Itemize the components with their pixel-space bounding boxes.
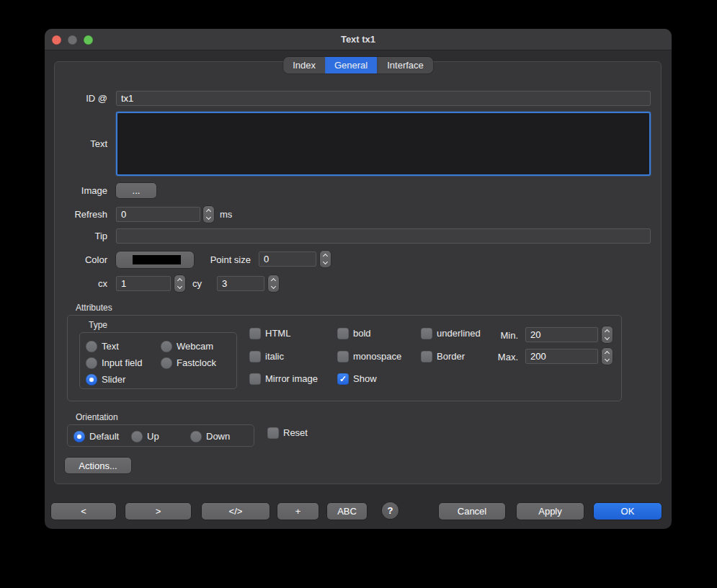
radio-orientation-default[interactable]: Default [74, 430, 119, 442]
code-button[interactable]: </> [202, 503, 270, 520]
ok-button[interactable]: OK [594, 503, 662, 520]
cy-stepper[interactable] [268, 275, 279, 292]
titlebar[interactable]: Text tx1 [45, 29, 672, 50]
type-group-label: Type [89, 320, 107, 330]
checkbox-icon[interactable] [267, 427, 279, 439]
checkbox-bold[interactable]: bold [337, 327, 371, 339]
radio-selected-icon[interactable] [86, 374, 97, 386]
color-picker-button[interactable] [116, 251, 194, 268]
refresh-unit-label: ms [220, 207, 232, 222]
tip-input[interactable] [116, 228, 651, 244]
id-input[interactable] [116, 91, 651, 106]
checkbox-icon[interactable] [421, 351, 432, 362]
min-stepper[interactable] [602, 326, 613, 343]
radio-type-text[interactable]: Text [86, 340, 119, 352]
radio-type-fastclock[interactable]: Fastclock [161, 357, 216, 369]
checkbox-icon[interactable] [249, 328, 261, 339]
point-size-input[interactable] [259, 251, 316, 267]
stepper-down-icon[interactable] [323, 259, 328, 264]
stepper-down-icon[interactable] [271, 284, 276, 289]
tab-general[interactable]: General [325, 57, 377, 74]
window-title: Text tx1 [45, 29, 672, 50]
stepper-down-icon[interactable] [605, 357, 610, 362]
radio-icon[interactable] [161, 357, 172, 369]
stepper-down-icon[interactable] [206, 215, 211, 220]
apply-button[interactable]: Apply [517, 503, 584, 520]
checkbox-checked-icon[interactable] [337, 373, 349, 385]
checkbox-icon[interactable] [337, 351, 349, 362]
checkbox-border[interactable]: Border [421, 350, 465, 362]
radio-orientation-down[interactable]: Down [190, 430, 230, 442]
radio-type-slider[interactable]: Slider [86, 373, 125, 386]
checkbox-underlined[interactable]: underlined [421, 327, 481, 339]
cy-label: cy [176, 276, 202, 291]
color-swatch [133, 255, 181, 264]
refresh-label: Refresh [55, 207, 107, 222]
radio-type-webcam[interactable]: Webcam [161, 340, 213, 352]
type-groupbox: Text Webcam Input field Fastclock [79, 332, 237, 389]
checkbox-icon[interactable] [249, 351, 261, 362]
stepper-down-icon[interactable] [605, 335, 610, 340]
min-label: Min. [478, 328, 518, 343]
cx-label: cx [55, 276, 107, 291]
checkbox-reset[interactable]: Reset [267, 427, 308, 439]
text-input[interactable] [116, 112, 651, 176]
checkbox-monospace[interactable]: monospace [337, 350, 401, 362]
orientation-groupbox: Default Up Down [67, 424, 254, 447]
checkbox-icon[interactable] [421, 328, 432, 339]
tab-index[interactable]: Index [283, 57, 325, 74]
tab-interface[interactable]: Interface [377, 57, 433, 74]
add-button[interactable]: + [277, 503, 319, 520]
attributes-group-label: Attributes [76, 303, 112, 313]
checkbox-icon[interactable] [337, 328, 349, 339]
stepper-up-icon[interactable] [323, 254, 328, 259]
radio-icon[interactable] [86, 357, 97, 369]
radio-icon[interactable] [161, 341, 172, 352]
cy-input[interactable] [217, 276, 264, 291]
checkbox-italic[interactable]: italic [249, 350, 284, 362]
image-browse-button[interactable]: ... [116, 183, 156, 198]
tab-bar: Index General Interface [283, 57, 433, 74]
radio-icon[interactable] [86, 341, 97, 352]
min-input[interactable] [525, 327, 598, 342]
attributes-groupbox: Type Text Webcam Input field [67, 315, 622, 401]
cancel-button[interactable]: Cancel [439, 503, 505, 520]
desktop-background: Text tx1 Index General Interface ID @ Te… [0, 0, 717, 588]
max-label: Max. [478, 349, 518, 365]
dialog-window: Text tx1 Index General Interface ID @ Te… [45, 29, 672, 529]
checkbox-icon[interactable] [249, 373, 261, 385]
stepper-up-icon[interactable] [206, 209, 211, 214]
tip-label: Tip [55, 228, 107, 244]
checkbox-mirror-image[interactable]: Mirror image [249, 373, 318, 385]
stepper-up-icon[interactable] [605, 351, 610, 356]
checkbox-html[interactable]: HTML [249, 327, 290, 339]
point-size-label: Point size [193, 252, 251, 267]
help-button[interactable]: ? [382, 502, 398, 519]
stepper-up-icon[interactable] [605, 329, 610, 334]
radio-type-input-field[interactable]: Input field [86, 357, 142, 369]
id-label: ID @ [55, 91, 107, 106]
text-label: Text [55, 136, 107, 151]
refresh-stepper[interactable] [203, 206, 214, 223]
refresh-input[interactable] [116, 207, 200, 222]
max-input[interactable] [525, 349, 598, 364]
point-size-stepper[interactable] [320, 251, 331, 267]
actions-button[interactable]: Actions... [65, 458, 131, 473]
radio-selected-icon[interactable] [74, 431, 85, 442]
radio-icon[interactable] [190, 431, 202, 442]
checkbox-show[interactable]: Show [337, 373, 377, 385]
cx-input[interactable] [116, 276, 171, 291]
abc-button[interactable]: ABC [327, 503, 367, 520]
stepper-up-icon[interactable] [271, 278, 276, 283]
form-panel: ID @ Text Image ... Refresh ms Tip Color… [54, 61, 662, 484]
orientation-group-label: Orientation [76, 412, 118, 422]
radio-icon[interactable] [131, 431, 143, 442]
color-label: Color [55, 252, 107, 267]
prev-button[interactable]: < [51, 503, 116, 520]
max-stepper[interactable] [602, 348, 613, 365]
radio-orientation-up[interactable]: Up [131, 430, 159, 442]
next-button[interactable]: > [125, 503, 191, 520]
image-label: Image [55, 183, 107, 198]
